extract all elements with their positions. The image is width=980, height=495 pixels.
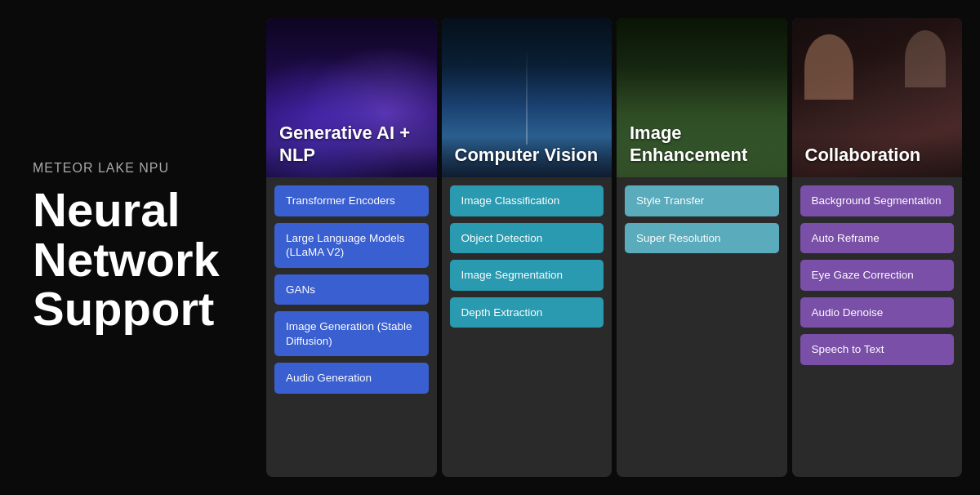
feature-tag: Transformer Encoders	[274, 185, 429, 216]
feature-tag: Super Resolution	[625, 223, 779, 254]
feature-tag: Speech to Text	[800, 334, 955, 365]
column-image-enhancement: Image EnhancementStyle TransferSuper Res…	[617, 18, 787, 477]
feature-tag: Style Transfer	[625, 185, 779, 216]
feature-tag: GANs	[274, 274, 429, 305]
title-line3: Support	[33, 282, 214, 335]
left-panel: METEOR LAKE NPU Neural Network Support	[0, 0, 261, 495]
column-cv: Computer VisionImage ClassificationObjec…	[442, 18, 612, 477]
feature-tag: Background Segmentation	[800, 185, 955, 216]
columns-area: Generative AI + NLPTransformer EncodersL…	[261, 0, 980, 495]
feature-tag: Large Language Models (LLaMA V2)	[274, 223, 429, 268]
column-title-gen-ai: Generative AI + NLP	[279, 123, 424, 166]
subtitle: METEOR LAKE NPU	[33, 161, 237, 176]
title-line2: Network	[33, 233, 220, 286]
feature-tag: Audio Generation	[274, 363, 429, 394]
feature-tag: Eye Gaze Correction	[800, 260, 955, 291]
column-gen-ai: Generative AI + NLPTransformer EncodersL…	[266, 18, 437, 477]
main-title: Neural Network Support	[33, 185, 237, 335]
column-title-cv: Computer Vision	[455, 145, 599, 166]
column-title-image-enhancement: Image Enhancement	[630, 123, 774, 166]
column-body-gen-ai: Transformer EncodersLarge Language Model…	[266, 177, 437, 477]
column-header-collaboration: Collaboration	[792, 18, 963, 177]
column-collaboration: CollaborationBackground SegmentationAuto…	[792, 18, 963, 477]
column-title-collaboration: Collaboration	[805, 145, 950, 166]
column-body-collaboration: Background SegmentationAuto ReframeEye G…	[792, 177, 963, 477]
feature-tag: Image Classification	[450, 185, 604, 216]
feature-tag: Object Detection	[450, 223, 604, 254]
title-line1: Neural	[33, 183, 180, 236]
feature-tag: Auto Reframe	[800, 223, 955, 254]
feature-tag: Image Generation (Stable Diffusion)	[274, 311, 429, 356]
feature-tag: Image Segmentation	[450, 260, 604, 291]
column-header-image-enhancement: Image Enhancement	[617, 18, 787, 177]
feature-tag: Depth Extraction	[450, 297, 604, 328]
column-header-cv: Computer Vision	[442, 18, 612, 177]
column-body-cv: Image ClassificationObject DetectionImag…	[442, 177, 612, 477]
feature-tag: Audio Denoise	[800, 297, 955, 328]
column-body-image-enhancement: Style TransferSuper Resolution	[617, 177, 787, 477]
column-header-gen-ai: Generative AI + NLP	[266, 18, 437, 177]
